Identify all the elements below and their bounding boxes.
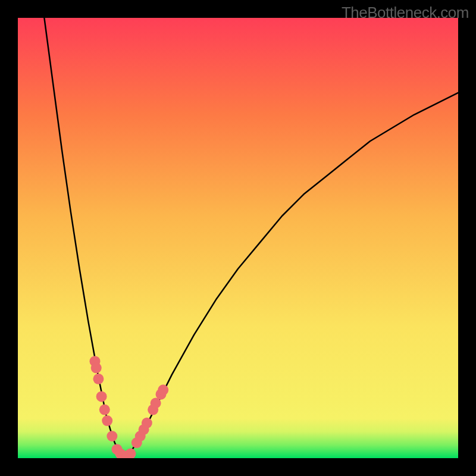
curve-right-branch [124, 93, 458, 456]
marker-point [107, 431, 117, 441]
marker-point [99, 405, 110, 415]
watermark-text: TheBottleneck.com [342, 4, 469, 22]
marker-group [90, 356, 169, 458]
curve-group [44, 18, 458, 456]
marker-point [158, 384, 168, 395]
chart-frame: TheBottleneck.com [0, 0, 476, 476]
marker-point [96, 391, 107, 402]
curve-left-branch [44, 18, 123, 456]
marker-point [125, 449, 136, 458]
plot-area [18, 18, 458, 458]
marker-point [93, 374, 104, 384]
chart-overlay [18, 18, 458, 458]
marker-point [91, 362, 102, 373]
marker-point [142, 418, 152, 428]
marker-point [102, 415, 112, 426]
